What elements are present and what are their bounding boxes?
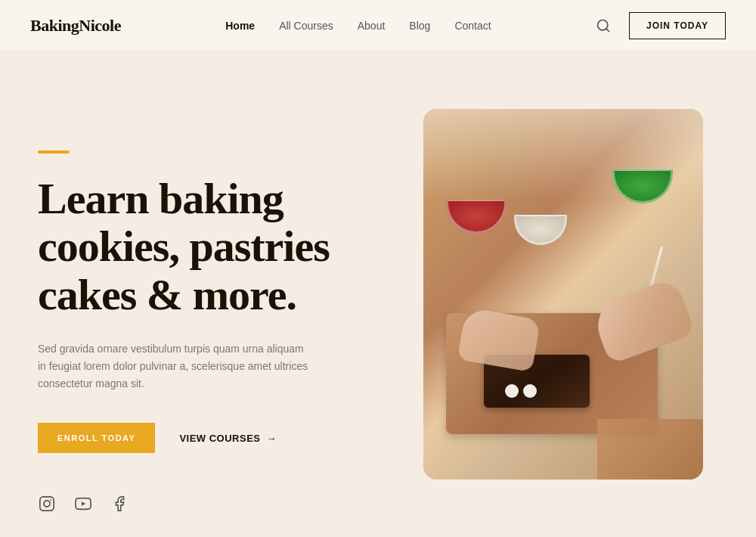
svg-rect-2: [40, 497, 54, 511]
nav-home[interactable]: Home: [225, 20, 255, 32]
join-today-button[interactable]: JOIN TODAY: [629, 12, 726, 39]
search-button[interactable]: [596, 18, 611, 33]
social-links: [38, 495, 129, 513]
hero-subtitle: Sed gravida ornare vestibulum turpis qua…: [38, 340, 310, 393]
image-eye-right: [523, 384, 537, 398]
site-logo[interactable]: BakingNicole: [30, 16, 121, 36]
svg-line-1: [606, 28, 609, 31]
view-courses-link[interactable]: VIEW COURSES →: [179, 433, 277, 444]
image-hand-right: [590, 277, 696, 365]
instagram-icon: [39, 495, 55, 512]
youtube-link[interactable]: [74, 495, 92, 513]
header-actions: JOIN TODAY: [596, 12, 726, 39]
image-bowl-red: [446, 200, 507, 234]
accent-line: [38, 151, 70, 154]
youtube-icon: [75, 495, 91, 512]
hero-actions: ENROLL TODAY VIEW COURSES →: [38, 423, 370, 453]
instagram-link[interactable]: [38, 495, 56, 513]
facebook-link[interactable]: [110, 495, 129, 513]
search-icon: [596, 18, 611, 33]
hero-image-bg: [423, 109, 703, 480]
main-nav: Home All Courses About Blog Contact: [225, 20, 491, 32]
hero-content: Learn baking cookies, pastries cakes & m…: [0, 51, 408, 537]
image-bowl-white: [514, 215, 567, 245]
svg-point-3: [44, 501, 50, 507]
enroll-today-button[interactable]: ENROLL TODAY: [38, 423, 155, 453]
svg-point-4: [50, 499, 51, 501]
nav-about[interactable]: About: [358, 20, 386, 32]
facebook-icon: [111, 495, 128, 512]
site-header: BakingNicole Home All Courses About Blog…: [0, 0, 756, 51]
nav-blog[interactable]: Blog: [409, 20, 430, 32]
image-pretzel-area: [597, 419, 703, 480]
hero-title: Learn baking cookies, pastries cakes & m…: [38, 175, 370, 319]
view-courses-arrow: →: [267, 433, 277, 444]
hero-image-area: [408, 51, 733, 537]
nav-contact[interactable]: Contact: [454, 20, 491, 32]
svg-marker-5: [82, 501, 85, 506]
hero-image: [423, 109, 703, 480]
image-eye-left: [505, 384, 519, 398]
view-courses-label: VIEW COURSES: [179, 433, 260, 444]
hero-section: Learn baking cookies, pastries cakes & m…: [0, 51, 756, 537]
nav-all-courses[interactable]: All Courses: [279, 20, 333, 32]
